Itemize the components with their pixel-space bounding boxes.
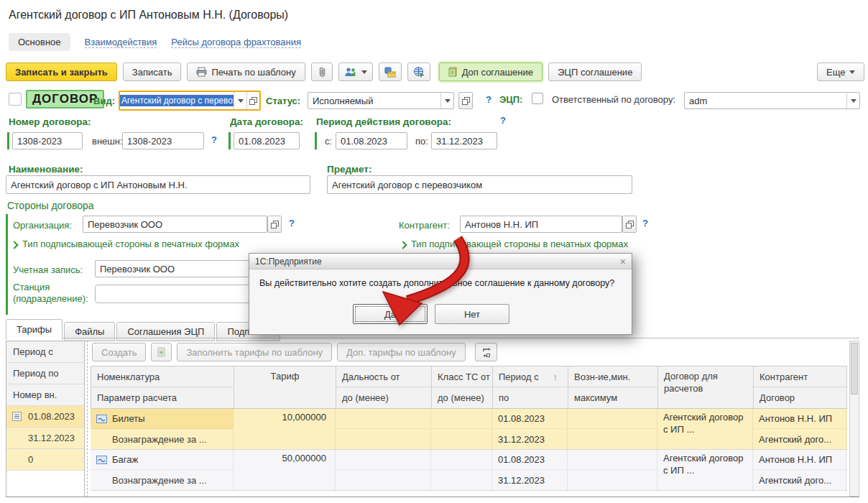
attachments-button[interactable] [311, 63, 333, 81]
save-and-close-button[interactable]: Записать и закрыть [6, 63, 117, 81]
account-label: Учетная запись: [13, 264, 83, 275]
status-value: Исполняемый [313, 96, 440, 106]
grid-column-header[interactable]: Возн-ие,мин.максимум [568, 366, 658, 408]
grid-column-header[interactable]: Договор для расчетов [658, 366, 754, 408]
cell-text: Агентский договор с ИП ... [663, 412, 743, 435]
organization-input[interactable]: Перевозчик ООО [83, 216, 267, 233]
current-row-icon [12, 412, 22, 421]
add-contact-button[interactable] [338, 63, 373, 81]
responsible-combobox[interactable]: adm [684, 92, 860, 109]
parties-section-title: Стороны договора [7, 200, 94, 211]
contract-form-window: Агентский договор с ИП Антоновым Н.Н. (Д… [0, 0, 868, 503]
kind-label: Вид: [93, 96, 115, 106]
kind-combobox[interactable]: Агентский договор с перевозчи [119, 91, 261, 111]
grid-header: НоменклатураПараметр расчетаТарифДальнос… [91, 366, 847, 409]
fixed-header-period-to[interactable]: Период по [6, 363, 84, 384]
header-checkbox[interactable] [9, 93, 22, 106]
required-marker [315, 132, 317, 149]
dialog-titlebar: 1С:Предприятие × [249, 254, 632, 269]
chevron-right-icon [10, 241, 18, 249]
web-planner-button[interactable] [407, 63, 430, 81]
save-button[interactable]: Записать [123, 63, 182, 81]
contract-number-input[interactable]: 1308-2023 [12, 132, 83, 149]
grid-column-header[interactable]: НоменклатураПараметр расчета [91, 366, 234, 408]
send-email-button[interactable] [379, 63, 402, 81]
bottom-tabs: Тарифы Файлы Соглашения ЭЦП Подписан [6, 319, 282, 340]
tab-tarify[interactable]: Тарифы [6, 319, 63, 340]
yes-button[interactable]: Да [353, 304, 428, 324]
chevron-right-icon [399, 241, 407, 249]
status-combobox[interactable]: Исполняемый [308, 92, 454, 109]
kind-open-button[interactable] [246, 92, 259, 109]
grid-column-header[interactable]: КонтрагентДоговор [754, 366, 847, 408]
fixed-value-period-to[interactable]: 31.12.2023 [6, 428, 84, 449]
status-dropdown-button[interactable] [440, 93, 453, 109]
fill-tariffs-button[interactable]: Заполнить тарифы по шаблону [177, 343, 332, 361]
ecp-label: ЭЦП: [499, 94, 522, 105]
chevron-down-icon [238, 99, 244, 103]
close-icon[interactable]: × [620, 257, 626, 267]
grid-column-header[interactable]: Период с↑по [493, 366, 568, 408]
counterparty-open-button[interactable] [622, 216, 637, 233]
refresh-button[interactable] [475, 343, 497, 361]
fixed-value-period-from[interactable]: 01.08.2023 [6, 406, 84, 428]
org-signer-type-link[interactable]: Тип подписывающей стороны в печатных фор… [11, 239, 239, 249]
contract-date-input[interactable]: 01.08.2023 [234, 132, 300, 149]
external-number-input[interactable]: 1308-2023 [122, 132, 204, 149]
fixed-header-period-from[interactable]: Период с [6, 341, 84, 363]
vertical-scrollbar[interactable] [849, 341, 859, 497]
fixed-columns-panel[interactable]: Период с Период по Номер вн. 01.08.2023 … [6, 341, 85, 497]
tab-vzaimodeystviya[interactable]: Взаимодействия [85, 37, 157, 48]
subject-input[interactable]: Агентский договор с перевозчиком [327, 175, 632, 194]
status-help[interactable]: ? [486, 94, 491, 105]
fixed-header-number[interactable]: Номер вн. [6, 384, 84, 406]
grid-column-header[interactable]: Тариф [234, 366, 336, 408]
responsible-dropdown-button[interactable] [846, 93, 859, 109]
table-cell [336, 409, 431, 449]
more-button[interactable]: Еще [817, 63, 864, 81]
copy-button[interactable] [151, 343, 172, 361]
panel-splitter[interactable] [87, 341, 88, 497]
chevron-down-icon [849, 70, 855, 74]
grid-column-header[interactable]: Дальность отдо (менее) [336, 366, 432, 408]
counterparty-input[interactable]: Антонов Н.Н. ИП [460, 216, 622, 233]
ecp-checkbox[interactable] [532, 93, 543, 104]
scrollbar-thumb[interactable] [851, 343, 858, 394]
period-to-input[interactable]: 31.12.2023 [431, 132, 497, 149]
table-row[interactable]: БилетыВознаграждение за ...10,00000001.0… [91, 409, 847, 450]
counterparty-label: Контрагент: [399, 220, 450, 231]
grid-column-header[interactable]: Класс ТС отдо (менее) [432, 366, 493, 408]
fixed-value-text: 01.08.2023 [28, 411, 75, 422]
period-help[interactable]: ? [500, 115, 506, 126]
station-label-line1: Станция [13, 282, 50, 292]
status-open-button[interactable] [458, 92, 473, 109]
column-title: Номенклатура [97, 372, 160, 382]
contract-date-value: 01.08.2023 [239, 136, 285, 147]
open-icon [271, 221, 279, 229]
add-contact-icon [344, 67, 357, 78]
table-cell: Антонов Н.Н. ИПАгентский дого... [753, 409, 846, 449]
dop-agreement-button[interactable]: Доп соглашение [439, 63, 542, 81]
print-by-template-button[interactable]: Печать по шаблону [187, 63, 305, 81]
no-button[interactable]: Нет [435, 304, 509, 324]
organization-open-button[interactable] [267, 216, 282, 233]
responsible-value: adm [689, 96, 846, 106]
kind-dropdown-button[interactable] [234, 92, 246, 109]
table-cell: Агентский договор с ИП ... [657, 409, 753, 449]
counterparty-help[interactable]: ? [642, 218, 648, 229]
ecp-agreement-button[interactable]: ЭЦП соглашение [548, 63, 642, 81]
create-button[interactable]: Создать [92, 343, 146, 361]
period-from-input[interactable]: 01.08.2023 [336, 132, 407, 149]
tab-reysy-dogovora-frahtovaniya[interactable]: Рейсы договора фрахтования [171, 37, 301, 48]
number-help[interactable]: ? [211, 134, 217, 145]
extra-tariffs-button[interactable]: Доп. тарифы по шаблону [337, 343, 466, 361]
column-subtitle: до (менее) [438, 392, 484, 403]
subject-label: Предмет: [327, 164, 371, 175]
table-cell: БилетыВознаграждение за ... [91, 409, 234, 449]
tab-osnovnoe[interactable]: Основное [9, 33, 70, 51]
organization-help[interactable]: ? [289, 218, 295, 229]
cp-signer-type-link[interactable]: Тип подписывающей стороны в печатных фор… [400, 239, 628, 249]
table-row[interactable]: БагажВознаграждение за ...50,00000001.08… [91, 450, 847, 491]
name-input[interactable]: Агентский договор с ИП Антоновым Н.Н. [6, 175, 310, 194]
fixed-value-number[interactable]: 0 [6, 449, 84, 471]
